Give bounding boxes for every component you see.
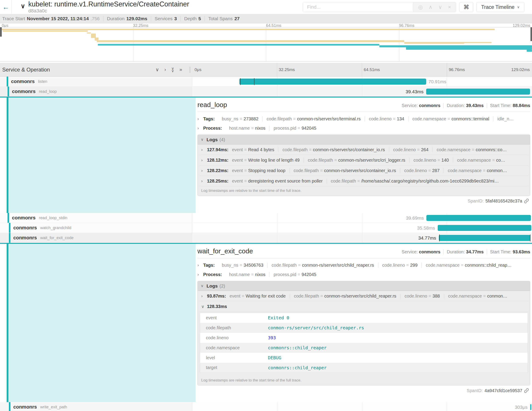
trace-collapse-caret-icon[interactable]: ∨ <box>21 2 25 10</box>
tag-value: Read 4 bytes <box>248 147 274 152</box>
log-entry-row[interactable]: ›127.94ms:event=Read 4 bytescode.filepat… <box>200 145 528 155</box>
span-timeline-cell[interactable]: 35.58ms <box>192 223 532 233</box>
minimap-drag-handle[interactable] <box>0 27 2 37</box>
span-service-name: conmonrs <box>11 78 35 84</box>
span-duration-bar[interactable] <box>426 215 531 221</box>
tag-key: code.filepath <box>282 147 307 152</box>
minimap-span-segment <box>1 29 495 30</box>
span-timeline-cell[interactable]: 34.77ms <box>192 233 532 243</box>
equals-sign: = <box>319 294 324 298</box>
find-input[interactable] <box>303 2 413 12</box>
tag-item: code.namespace=conmonrs::terminal <box>408 116 494 121</box>
process-row[interactable]: ›Process:host.name=nixosprocess.pid=9420… <box>198 123 530 133</box>
log-timestamp: 127.94ms: <box>207 147 228 152</box>
tag-value: 942045 <box>302 126 316 131</box>
equals-sign: = <box>491 158 496 163</box>
tag-item: code.lineno=264 <box>389 147 433 152</box>
tag-value: conmonrs::co… <box>476 147 507 152</box>
log-entry-row[interactable]: ›93.87ms:event=Waiting for exit codecode… <box>200 291 528 301</box>
tag-key: event <box>232 147 243 152</box>
span-detail-header: wait_for_exit_codeService: conmonrsDurat… <box>198 247 530 255</box>
tag-key: code.lineno <box>414 158 436 163</box>
chevron-right-icon: › <box>198 116 203 121</box>
tags-row[interactable]: ›Tags:busy_ns=273882code.filepath=conmon… <box>198 114 530 123</box>
span-row[interactable]: conmonrsread_loop39.43ms <box>0 87 532 97</box>
service-operation-header: Service & Operation ∨ › ∨ ∨ » <box>0 63 192 76</box>
timeline-ruler-tick: 0μs <box>195 67 201 72</box>
span-row[interactable]: conmonrswait_for_exit_code34.77ms <box>0 233 532 243</box>
page-title: kubelet: runtime.v1.RuntimeService/Creat… <box>28 1 189 8</box>
equals-sign: = <box>250 126 255 131</box>
span-detail-title: read_loop <box>198 101 227 108</box>
span-color-accent <box>7 77 8 86</box>
span-name-cell[interactable]: conmonrswrite_exit_path <box>0 402 192 411</box>
span-row[interactable]: conmonrswrite_exit_path303μs <box>0 402 532 411</box>
log-detail-row: targetconmonrs::child_reaper <box>200 363 528 373</box>
find-clear-icon[interactable]: × <box>448 4 451 10</box>
collapse-one-icon[interactable]: ∨ <box>155 67 159 73</box>
tag-value: conmon-rs/server/src/container_io.rs <box>313 147 385 152</box>
span-id-label: SpanID: <box>468 198 484 204</box>
back-button[interactable]: ← <box>0 0 12 14</box>
tags-row[interactable]: ›Tags:busy_ns=34506763code.filepath=conm… <box>198 260 530 270</box>
deep-link-icon[interactable] <box>524 388 529 393</box>
log-entry-row[interactable]: ›128.25ms:event=deregistering event sour… <box>200 176 528 186</box>
keyboard-shortcuts-button[interactable]: ⌘ <box>459 2 473 12</box>
duration-value: 129.02ms <box>126 16 147 21</box>
find-next-icon[interactable]: ∨ <box>438 4 442 10</box>
span-name-cell[interactable]: conmonrsread_loop_stdin <box>0 213 192 223</box>
tag-value: conmon-rs/server/src/child_reaper.rs <box>324 294 397 298</box>
minimap-drag-handle[interactable] <box>531 27 532 41</box>
span-row[interactable]: conmonrslisten70.91ms <box>0 77 532 87</box>
span-id-value: 4a947cfd1ce59537 <box>484 388 522 393</box>
span-timeline-cell[interactable]: 39.69ms <box>192 213 532 223</box>
tags-label: Tags: <box>203 116 215 121</box>
deep-link-icon[interactable] <box>524 198 529 203</box>
span-duration-bar[interactable] <box>530 404 531 410</box>
span-operation-name: write_exit_path <box>40 405 67 410</box>
minimap-span-segment <box>404 42 464 44</box>
column-resize-handle[interactable] <box>189 67 190 73</box>
span-duration-bar[interactable] <box>438 225 531 231</box>
minimap-span-segment <box>87 32 91 34</box>
span-duration-bar[interactable] <box>439 235 531 241</box>
span-timeline-cell[interactable]: 303μs <box>192 402 532 411</box>
logs-box: ∨Logs(4)›127.94ms:event=Read 4 bytescode… <box>198 135 530 196</box>
find-prev-icon[interactable]: ∧ <box>429 4 433 10</box>
span-duration-bar[interactable] <box>426 88 530 95</box>
span-name-cell[interactable]: conmonrswatch_grandchild <box>0 223 192 233</box>
tag-value: conmon-rs/server/src/terminal.rs <box>297 116 361 121</box>
collapse-all-icon[interactable]: ∨ ∨ <box>171 67 174 72</box>
logs-header[interactable]: ∨Logs(2) <box>198 281 530 291</box>
span-duration-label: 35.58ms <box>417 225 435 231</box>
tag-key: code.lineno <box>404 294 427 298</box>
span-duration-bar[interactable] <box>239 78 426 85</box>
expand-all-icon[interactable]: » <box>180 67 182 73</box>
log-entry-row[interactable]: ∨128.33ms <box>200 301 528 312</box>
trace-summary-bar: Trace Start November 15 2022, 11:24:14.7… <box>0 14 532 23</box>
log-fields: event=Read 4 bytescode.filepath=conmon-r… <box>232 147 511 152</box>
tag-item: code.filepath=conmon-rs/server/src/cri_l… <box>304 158 409 163</box>
equals-sign: = <box>416 147 421 152</box>
span-timeline-cell[interactable]: 39.43ms <box>192 87 532 96</box>
trace-view-dropdown[interactable]: Trace Timeline ∨ <box>476 2 524 12</box>
log-entry-row[interactable]: ›128.22ms:event=Stopping read loopcode.f… <box>200 166 528 176</box>
expand-one-icon[interactable]: › <box>164 67 166 73</box>
log-entry-row[interactable]: ›128.12ms:event=Wrote log line of length… <box>200 155 528 166</box>
tag-key: process.pid <box>274 272 296 277</box>
span-name-cell[interactable]: conmonrslisten <box>0 77 192 86</box>
span-row[interactable]: conmonrsread_loop_stdin39.69ms <box>0 213 532 223</box>
span-name-cell[interactable]: conmonrsread_loop <box>0 87 192 96</box>
span-detail-meta: Service: conmonrsDuration: 39.43msStart … <box>399 103 530 108</box>
tag-item: code.lineno=134 <box>365 116 408 121</box>
equals-sign: = <box>238 116 244 121</box>
services-label: Services <box>155 16 173 21</box>
find-match-icon[interactable]: ◎ <box>418 4 423 10</box>
span-row[interactable]: conmonrswatch_grandchild35.58ms <box>0 223 532 233</box>
depth-label: Depth <box>184 16 197 21</box>
span-timeline-cell[interactable]: 70.91ms <box>192 77 532 86</box>
logs-header[interactable]: ∨Logs(4) <box>198 135 530 145</box>
process-row[interactable]: ›Process:host.name=nixosprocess.pid=9420… <box>198 270 530 279</box>
span-name-cell[interactable]: conmonrswait_for_exit_code <box>0 233 192 243</box>
trace-minimap[interactable] <box>0 27 532 61</box>
